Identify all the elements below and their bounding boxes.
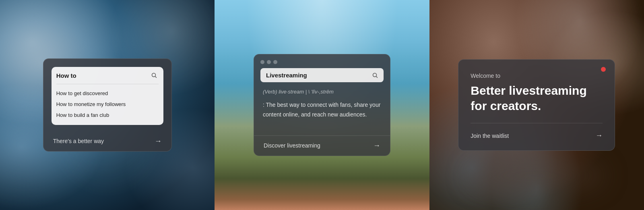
- welcome-card: Welcome to Better livestreaming for crea…: [458, 59, 615, 151]
- blur-overlay: [468, 158, 605, 194]
- welcome-title-line1: Better livestreaming: [471, 84, 586, 97]
- welcome-title: Better livestreaming for creators.: [471, 83, 603, 113]
- live-indicator-dot: [601, 67, 606, 72]
- discover-arrow-icon: →: [373, 141, 380, 150]
- search-box: How to How to get discovered How to mone…: [52, 67, 163, 125]
- card-2-footer[interactable]: Discover livestreaming →: [254, 136, 390, 156]
- search-query-text: How to: [56, 72, 76, 79]
- waitlist-text: Join the waitlist: [471, 133, 509, 139]
- discover-text: Discover livestreaming: [264, 142, 320, 149]
- welcome-card-divider: [471, 123, 603, 123]
- definition-content: (Verb) live·stream | \ 'līv-,strēm : The…: [254, 89, 390, 135]
- definition-search-bar[interactable]: Livestreaming: [260, 68, 384, 82]
- welcome-label: Welcome to: [471, 73, 603, 79]
- panel-welcome: Welcome to Better livestreaming for crea…: [429, 0, 644, 210]
- titlebar-dot-3: [273, 60, 277, 64]
- better-way-text: There's a better way: [53, 138, 104, 144]
- search-result-1[interactable]: How to get discovered: [56, 88, 159, 99]
- card-1-footer: There's a better way →: [43, 131, 171, 151]
- definition-card: Livestreaming (Verb) live·stream | \ 'lī…: [254, 54, 390, 156]
- titlebar-dot-2: [267, 60, 271, 64]
- panel-search: How to How to get discovered How to mone…: [0, 0, 215, 210]
- card-3-footer[interactable]: Join the waitlist →: [471, 131, 603, 140]
- svg-line-3: [376, 76, 377, 77]
- search-result-2[interactable]: How to monetize my followers: [56, 99, 159, 110]
- search-input-row: How to: [56, 71, 159, 84]
- pronunciation-text: (Verb) live·stream | \ 'līv-,strēm: [263, 89, 381, 95]
- panel-definition: Livestreaming (Verb) live·stream | \ 'lī…: [215, 0, 429, 210]
- search-result-3[interactable]: How to build a fan club: [56, 110, 159, 121]
- arrow-icon[interactable]: →: [155, 137, 162, 146]
- titlebar-dot-1: [260, 60, 264, 64]
- definition-body: : The best way to connect with fans, sha…: [263, 100, 381, 119]
- svg-line-1: [155, 77, 156, 78]
- waitlist-arrow-icon: →: [595, 131, 603, 140]
- definition-search-icon: [372, 73, 378, 78]
- titlebar: [254, 54, 390, 68]
- welcome-title-line2: for creators.: [471, 99, 541, 112]
- search-card: How to How to get discovered How to mone…: [43, 58, 172, 151]
- search-icon[interactable]: [150, 71, 159, 80]
- definition-search-text: Livestreaming: [266, 72, 307, 79]
